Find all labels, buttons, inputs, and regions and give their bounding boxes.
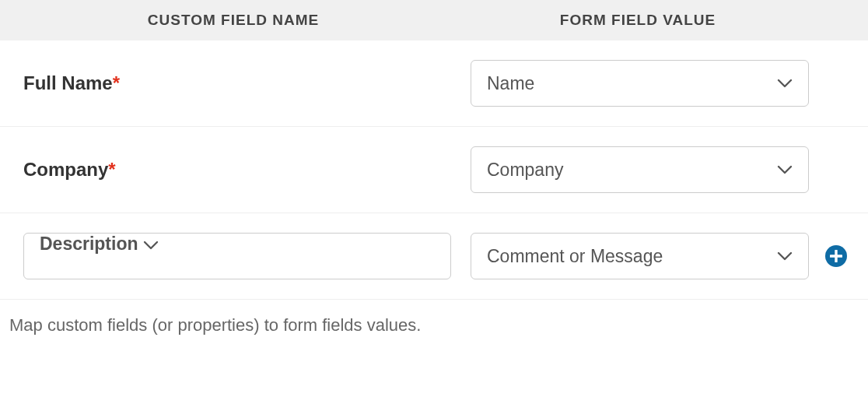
custom-value-select[interactable]: Comment or Message [471,233,809,279]
select-value: Name [487,73,534,94]
chevron-down-icon [777,251,793,261]
chevron-down-icon [143,241,159,250]
label-text: Full Name [23,72,113,93]
field-label-company: Company* [23,159,471,181]
custom-mapping-row: Description Comment or Message [0,213,868,300]
value-select-full-name[interactable]: Name [471,60,809,107]
mapping-row: Full Name* Name [0,40,868,127]
add-mapping-button[interactable] [825,245,847,267]
plus-icon [830,250,842,262]
select-value: Company [487,160,563,181]
chevron-down-icon [777,79,793,88]
required-marker: * [113,72,120,93]
value-select-company[interactable]: Company [471,146,809,193]
required-marker: * [108,159,115,180]
chevron-down-icon [777,165,793,174]
field-label-full-name: Full Name* [23,72,471,94]
header-form-field-value: FORM FIELD VALUE [467,12,809,29]
select-value: Description [40,234,138,254]
header-custom-field-name: CUSTOM FIELD NAME [0,12,467,29]
label-text: Company [23,159,108,180]
custom-field-select[interactable]: Description [23,233,451,279]
select-value: Comment or Message [487,246,663,267]
mapping-row: Company* Company [0,127,868,213]
table-header: CUSTOM FIELD NAME FORM FIELD VALUE [0,0,868,40]
footer-help-text: Map custom fields (or properties) to for… [0,300,868,351]
